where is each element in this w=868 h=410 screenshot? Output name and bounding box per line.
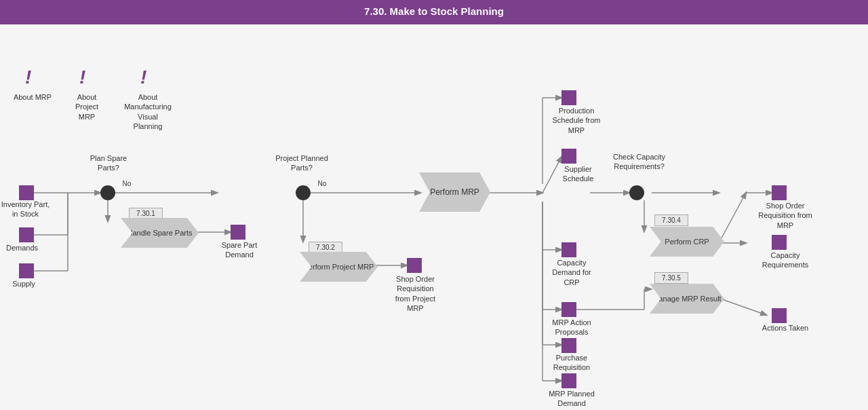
inventory-part-label: Inventory Part, in Stock [0, 200, 51, 219]
gateway-plan-spare-parts [100, 185, 115, 200]
perform-project-mrp-process: Perform Project MRP [300, 252, 378, 282]
production-schedule-label: Production Schedule from MRP [549, 106, 604, 135]
ref-7301: 7.30.1 [129, 208, 163, 219]
diagram-canvas: ! ! ! About MRP About Project MRP About … [0, 24, 868, 410]
svg-line-26 [719, 193, 746, 243]
svg-line-31 [722, 299, 766, 315]
title-text: 7.30. Make to Stock Planning [364, 5, 504, 17]
shop-order-req-mrp-label: Shop Order Requisition from MRP [758, 201, 812, 230]
mrp-planned-label: MRP Planned Demand [548, 389, 595, 409]
supply-node [19, 263, 34, 278]
purchase-req-label: Purchase Requisition [548, 353, 595, 373]
supplier-schedule-label: Supplier Schedule [553, 164, 604, 184]
actions-taken-label: Actions Taken [758, 323, 812, 333]
no1-label: No [117, 179, 137, 188]
capacity-demand-label: Capacity Demand for CRP [548, 258, 595, 287]
shop-order-req-mrp-node [772, 185, 787, 200]
spare-part-demand-label: Spare Part Demand [216, 240, 263, 260]
ref-7302: 7.30.2 [309, 242, 342, 253]
about-project-mrp-icon[interactable]: ! [79, 67, 85, 88]
perform-mrp-process: Perform MRP [419, 172, 490, 212]
no2-label: No [312, 179, 332, 188]
manage-mrp-process: Manage MRP Result [650, 284, 724, 314]
inventory-part-node [19, 185, 34, 200]
capacity-req-label: Capacity Requirements [758, 250, 812, 270]
demands-node [19, 227, 34, 242]
about-mfg-visual-icon[interactable]: ! [140, 67, 146, 88]
gateway-project-planned [296, 185, 311, 200]
capacity-req-node [772, 235, 787, 250]
check-capacity-label: Check Capacity Requirements? [607, 152, 671, 172]
shop-order-req-project-label: Shop Order Requisition from Project MRP [390, 274, 441, 313]
handle-spare-parts-process: Handle Spare Parts [121, 218, 199, 248]
mrp-planned-node [561, 373, 576, 388]
perform-crp-process: Perform CRP [650, 227, 724, 257]
about-mrp-icon[interactable]: ! [25, 67, 31, 88]
supplier-schedule-node [561, 149, 576, 164]
production-schedule-node [561, 90, 576, 105]
about-mrp-label: About MRP [12, 92, 53, 102]
actions-taken-node [772, 308, 787, 323]
capacity-demand-node [561, 242, 576, 257]
supply-label: Supply [7, 279, 41, 288]
purchase-req-node [561, 338, 576, 353]
mrp-action-node [561, 302, 576, 317]
demands-label: Demands [3, 243, 41, 253]
spare-part-demand-node [231, 225, 245, 240]
about-mfg-visual-label: About Manufacturing Visual Planning [124, 92, 172, 131]
ref-7304: 7.30.4 [654, 215, 688, 226]
page-title: 7.30. Make to Stock Planning [0, 0, 868, 24]
project-planned-parts-label: Project Planned Parts? [275, 153, 329, 173]
gateway-check-capacity [629, 185, 644, 200]
plan-spare-parts-label: Plan Spare Parts? [81, 153, 136, 173]
mrp-action-label: MRP Action Proposals [548, 318, 595, 337]
shop-order-req-project-node [407, 258, 422, 273]
ref-7305: 7.30.5 [654, 272, 688, 284]
about-project-mrp-label: About Project MRP [66, 92, 107, 122]
